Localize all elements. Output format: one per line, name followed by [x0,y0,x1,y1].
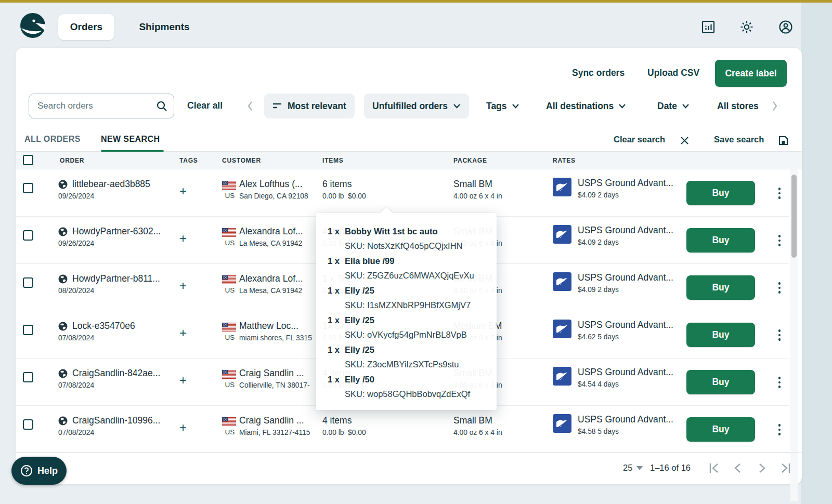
customer-address: miami shores, FL 3315 [239,334,312,342]
country-code: US [222,334,238,341]
save-icon[interactable] [778,135,789,146]
package-name[interactable]: Small BM [453,179,502,190]
order-id[interactable]: HowdyPartner-6302... [72,226,161,237]
row-menu-kebab-icon[interactable] [775,230,784,251]
items-count[interactable]: 6 items [322,179,366,190]
order-id[interactable]: littlebear-aed3b885 [72,179,150,190]
item-quantity: 1 x [328,342,345,357]
buy-button[interactable]: Buy [686,275,755,300]
add-tag-button[interactable]: + [179,420,187,435]
row-checkbox[interactable] [23,277,33,288]
col-header-package: PACKAGE [453,157,487,164]
item-quantity: 1 x [328,313,345,327]
rate-service[interactable]: USPS Ground Advant... [578,272,673,283]
col-header-customer: CUSTOMER [222,157,261,164]
view-tab-all-orders[interactable]: ALL ORDERS [24,135,81,144]
save-search-button[interactable]: Save search [714,135,764,144]
rate-service[interactable]: USPS Ground Advant... [578,320,673,330]
analytics-icon[interactable] [701,20,716,34]
item-name: Bobby Witt 1st bc auto [345,224,438,238]
stores-filter-dropdown[interactable]: All stores [717,94,759,118]
row-menu-kebab-icon[interactable] [775,419,784,440]
row-menu-kebab-icon[interactable] [775,183,784,204]
upload-csv-button[interactable]: Upload CSV [647,68,699,78]
search-icon[interactable] [156,100,167,112]
first-page-icon[interactable] [707,461,721,475]
filters-scroll-right-icon[interactable] [771,100,778,112]
chevron-down-icon [512,103,519,109]
tab-orders[interactable]: Orders [58,14,114,40]
add-tag-button[interactable]: + [179,278,187,293]
buy-button[interactable]: Buy [686,228,755,253]
rate-service[interactable]: USPS Ground Advant... [578,178,673,189]
sync-orders-button[interactable]: Sync orders [572,68,625,78]
brand-logo[interactable] [20,12,46,38]
item-name: Elly /50 [345,372,374,387]
row-menu-kebab-icon[interactable] [775,325,784,346]
settings-gear-icon[interactable] [739,20,754,34]
previous-page-icon[interactable] [731,461,745,475]
row-checkbox[interactable] [23,372,33,382]
row-checkbox[interactable] [23,230,33,241]
rate-service[interactable]: USPS Ground Advant... [578,414,673,425]
clear-all-button[interactable]: Clear all [187,100,223,111]
row-menu-kebab-icon[interactable] [775,277,784,298]
add-tag-button[interactable]: + [179,231,187,246]
tags-filter-dropdown[interactable]: Tags [486,94,519,118]
customer-name[interactable]: Alexandra Lof... [239,226,303,237]
us-flag-icon [222,275,236,284]
status-filter-label: Unfulfilled orders [372,101,448,112]
rate-price-days: $4.09 2 days [578,191,673,199]
package-name[interactable]: Small BM [453,415,502,426]
view-tab-new-search[interactable]: NEW SEARCH [101,135,160,144]
clear-search-button[interactable]: Clear search [614,135,665,144]
add-tag-button[interactable]: + [179,184,187,198]
row-menu-kebab-icon[interactable] [775,372,784,393]
date-filter-dropdown[interactable]: Date [657,94,690,118]
status-filter-chip[interactable]: Unfulfilled orders [364,94,469,118]
account-icon[interactable] [778,20,793,34]
add-tag-button[interactable]: + [179,373,187,388]
customer-name[interactable]: Matthew Loc... [239,321,312,331]
customer-name[interactable]: Craig Sandlin ... [239,415,310,426]
add-tag-button[interactable]: + [179,326,187,340]
row-checkbox[interactable] [23,325,33,335]
customer-name[interactable]: Alexandra Lof... [239,273,303,284]
select-all-checkbox[interactable] [23,155,33,165]
rate-service[interactable]: USPS Ground Advant... [578,367,673,378]
sort-filter-chip[interactable]: Most relevant [264,94,355,118]
order-id[interactable]: CraigSandlin-10996... [72,415,160,426]
date-filter-label: Date [657,101,677,112]
table-scrollbar-track[interactable] [790,169,798,501]
buy-button[interactable]: Buy [686,323,755,347]
destinations-filter-dropdown[interactable]: All destinations [546,94,626,118]
search-orders-input[interactable] [37,101,156,111]
page-size-dropdown[interactable]: 25 [623,463,643,473]
buy-button[interactable]: Buy [686,181,755,205]
buy-button[interactable]: Buy [686,370,755,394]
customer-name[interactable]: Alex Lofthus (... [239,179,308,190]
popover-item: 1 x Ella blue /99 SKU: Z5GZ6uzC6MWAXQjqE… [328,254,488,283]
create-label-button[interactable]: Create label [715,60,787,87]
item-name: Ella blue /99 [345,254,394,268]
row-checkbox[interactable] [23,419,33,430]
order-id[interactable]: CraigSandlin-842ae... [72,368,160,379]
customer-name[interactable]: Craig Sandlin ... [239,368,309,379]
help-label: Help [37,466,58,476]
filters-scroll-left-icon[interactable] [246,100,254,112]
order-id[interactable]: Lock-e35470e6 [72,321,135,331]
help-button[interactable]: Help [11,457,67,485]
buy-button[interactable]: Buy [686,417,755,442]
order-id[interactable]: HowdyPartner-b811... [72,273,160,284]
next-page-icon[interactable] [755,461,769,475]
table-scrollbar-thumb[interactable] [791,175,797,258]
last-page-icon[interactable] [779,461,792,475]
tab-shipments[interactable]: Shipments [133,14,196,40]
items-count[interactable]: 4 items [322,415,366,426]
chevron-down-icon [682,103,690,109]
row-checkbox[interactable] [23,183,33,193]
rate-price-days: $4.58 5 days [578,428,673,435]
rate-service[interactable]: USPS Ground Advant... [578,225,673,236]
top-bar: Orders Shipments [0,3,832,48]
close-icon[interactable] [680,136,690,145]
